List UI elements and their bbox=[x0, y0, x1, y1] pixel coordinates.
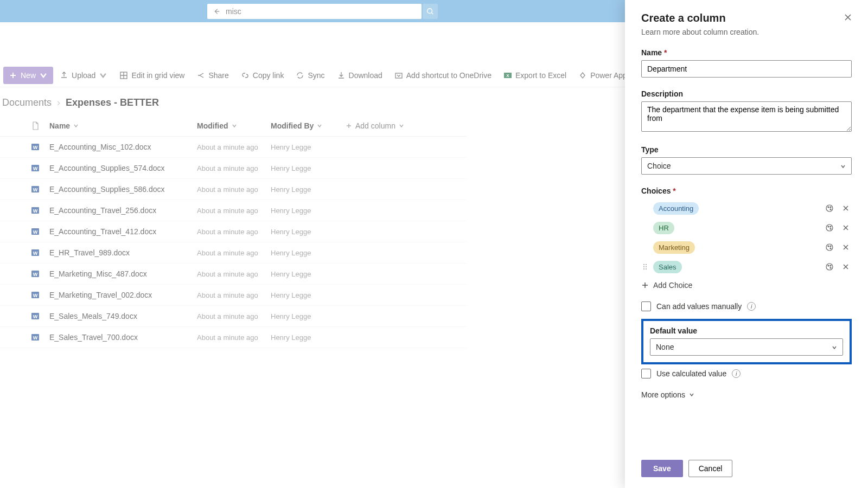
col-fileicon[interactable] bbox=[30, 121, 41, 130]
word-doc-icon: W bbox=[30, 248, 41, 257]
file-modified-by[interactable]: Henry Legge bbox=[271, 291, 346, 299]
file-modified-by[interactable]: Henry Legge bbox=[271, 164, 346, 172]
file-modified: About a minute ago bbox=[197, 143, 271, 151]
close-icon[interactable] bbox=[844, 14, 852, 23]
file-modified-by[interactable]: Henry Legge bbox=[271, 333, 346, 342]
breadcrumb-parent[interactable]: Documents bbox=[2, 97, 52, 108]
palette-icon[interactable] bbox=[824, 222, 835, 234]
download-label: Download bbox=[349, 71, 382, 80]
default-value-highlight: Default value None bbox=[641, 319, 852, 348]
file-table: Name Modified Modified By Add column WE_… bbox=[0, 115, 467, 348]
search-button[interactable] bbox=[423, 4, 438, 19]
search-input[interactable] bbox=[226, 7, 417, 16]
word-doc-icon: W bbox=[30, 164, 41, 172]
svg-point-30 bbox=[828, 226, 829, 227]
file-modified-by[interactable]: Henry Legge bbox=[271, 228, 346, 236]
breadcrumb-sep: › bbox=[57, 97, 60, 108]
svg-point-26 bbox=[828, 207, 829, 208]
file-name[interactable]: E_Sales_Travel_700.docx bbox=[49, 333, 197, 342]
table-row[interactable]: WE_Accounting_Supplies_586.docxAbout a m… bbox=[0, 179, 467, 200]
type-select[interactable]: Choice bbox=[641, 157, 852, 175]
share-button[interactable]: Share bbox=[191, 67, 234, 84]
file-modified-by[interactable]: Henry Legge bbox=[271, 185, 346, 194]
svg-point-29 bbox=[826, 224, 833, 231]
table-row[interactable]: WE_Accounting_Travel_256.docxAbout a min… bbox=[0, 200, 467, 221]
remove-icon[interactable] bbox=[840, 202, 852, 214]
file-name[interactable]: E_Accounting_Supplies_574.docx bbox=[49, 164, 197, 172]
table-row[interactable]: WE_Accounting_Misc_102.docxAbout a minut… bbox=[0, 137, 467, 158]
svg-point-33 bbox=[826, 244, 833, 251]
palette-icon[interactable] bbox=[824, 261, 835, 273]
shortcut-button[interactable]: Add shortcut to OneDrive bbox=[389, 67, 497, 84]
sync-button[interactable]: Sync bbox=[290, 67, 330, 84]
file-modified-by[interactable]: Henry Legge bbox=[271, 207, 346, 215]
svg-point-44 bbox=[828, 265, 829, 266]
excel-button[interactable]: X Export to Excel bbox=[498, 67, 572, 84]
palette-icon[interactable] bbox=[824, 202, 835, 214]
excel-label: Export to Excel bbox=[515, 71, 566, 80]
table-row[interactable]: WE_Accounting_Travel_412.docxAbout a min… bbox=[0, 221, 467, 242]
col-name[interactable]: Name bbox=[49, 121, 197, 130]
drag-handle-icon[interactable] bbox=[641, 263, 649, 271]
file-name[interactable]: E_HR_Travel_989.docx bbox=[49, 248, 197, 257]
choice-row: Accounting bbox=[641, 198, 852, 218]
file-name[interactable]: E_Marketing_Travel_002.docx bbox=[49, 291, 197, 299]
file-name[interactable]: E_Accounting_Travel_412.docx bbox=[49, 227, 197, 236]
file-modified-by[interactable]: Henry Legge bbox=[271, 249, 346, 257]
add-column-label: Add column bbox=[355, 121, 395, 130]
file-name[interactable]: E_Sales_Meals_749.docx bbox=[49, 312, 197, 320]
svg-point-46 bbox=[830, 267, 831, 268]
word-doc-icon: W bbox=[30, 269, 41, 278]
name-input[interactable] bbox=[641, 60, 852, 78]
choice-pill[interactable]: HR bbox=[653, 222, 674, 234]
remove-icon[interactable] bbox=[840, 241, 852, 253]
copylink-button[interactable]: Copy link bbox=[235, 67, 290, 84]
edit-grid-button[interactable]: Edit in grid view bbox=[114, 67, 190, 84]
word-doc-icon: W bbox=[30, 185, 41, 194]
table-row[interactable]: WE_Marketing_Misc_487.docxAbout a minute… bbox=[0, 264, 467, 285]
remove-icon[interactable] bbox=[840, 222, 852, 234]
file-name[interactable]: E_Marketing_Misc_487.docx bbox=[49, 269, 197, 278]
choice-pill[interactable]: Accounting bbox=[653, 202, 699, 215]
default-value-label: Default value bbox=[650, 326, 843, 335]
table-row[interactable]: WE_Accounting_Supplies_574.docxAbout a m… bbox=[0, 158, 467, 179]
table-row[interactable]: WE_HR_Travel_989.docxAbout a minute agoH… bbox=[0, 242, 467, 264]
add-choice-button[interactable]: Add Choice bbox=[641, 281, 852, 290]
file-name[interactable]: E_Accounting_Travel_256.docx bbox=[49, 206, 197, 215]
svg-point-35 bbox=[830, 246, 831, 247]
col-modified[interactable]: Modified bbox=[197, 121, 271, 130]
file-modified-by[interactable]: Henry Legge bbox=[271, 312, 346, 320]
remove-icon[interactable] bbox=[840, 261, 852, 273]
file-modified: About a minute ago bbox=[197, 312, 271, 320]
panel-subtitle-plain: Learn more about bbox=[641, 28, 703, 36]
upload-button[interactable]: Upload bbox=[54, 67, 113, 84]
col-modified-by[interactable]: Modified By bbox=[271, 121, 346, 130]
download-button[interactable]: Download bbox=[331, 67, 388, 84]
choice-pill[interactable]: Sales bbox=[653, 261, 682, 273]
palette-icon[interactable] bbox=[824, 241, 835, 253]
manual-checkbox[interactable] bbox=[641, 301, 651, 311]
manual-label: Can add values manually bbox=[656, 302, 742, 311]
search-box[interactable] bbox=[207, 4, 422, 19]
new-button[interactable]: New bbox=[3, 67, 53, 84]
description-input[interactable] bbox=[641, 101, 852, 132]
default-value-select[interactable]: None bbox=[650, 338, 843, 348]
table-row[interactable]: WE_Sales_Meals_749.docxAbout a minute ag… bbox=[0, 306, 467, 327]
table-row[interactable]: WE_Marketing_Travel_002.docxAbout a minu… bbox=[0, 285, 467, 306]
back-arrow-icon[interactable] bbox=[212, 7, 221, 16]
default-value: None bbox=[656, 343, 674, 348]
word-doc-icon: W bbox=[30, 206, 41, 215]
file-name[interactable]: E_Accounting_Supplies_586.docx bbox=[49, 185, 197, 194]
panel-subtitle[interactable]: Learn more about column creation. bbox=[641, 28, 852, 36]
file-modified-by[interactable]: Henry Legge bbox=[271, 143, 346, 151]
info-icon[interactable]: i bbox=[747, 302, 756, 311]
file-modified: About a minute ago bbox=[197, 164, 271, 172]
choices-section: Choices * AccountingHRMarketingSales Add… bbox=[641, 187, 852, 290]
file-name[interactable]: E_Accounting_Misc_102.docx bbox=[49, 143, 197, 151]
svg-point-32 bbox=[830, 228, 831, 229]
choice-pill[interactable]: Marketing bbox=[653, 241, 695, 254]
table-row[interactable]: WE_Sales_Travel_700.docxAbout a minute a… bbox=[0, 327, 467, 348]
col-name-label: Name bbox=[49, 121, 70, 130]
file-modified-by[interactable]: Henry Legge bbox=[271, 270, 346, 278]
add-column[interactable]: Add column bbox=[346, 121, 404, 130]
